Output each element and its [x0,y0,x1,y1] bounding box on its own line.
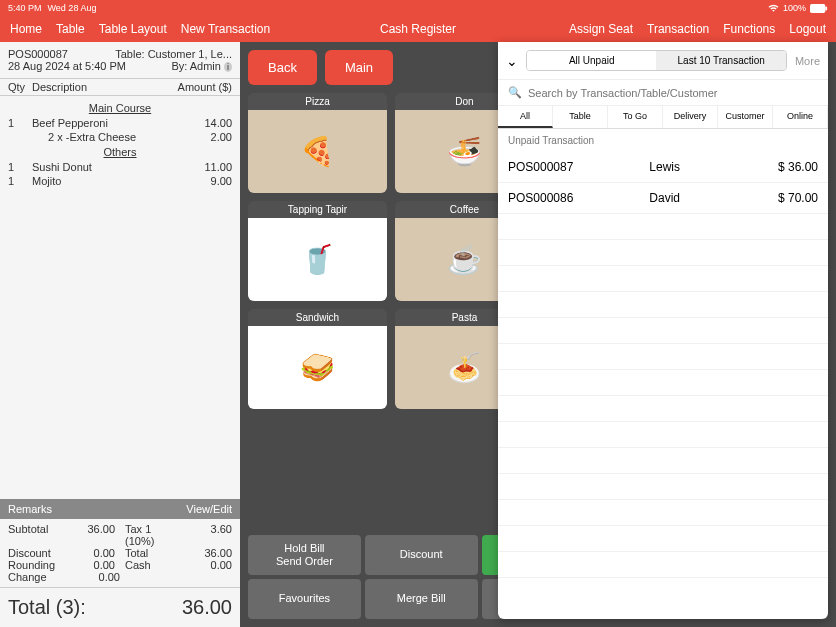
tile-image: 🥤 [248,218,387,301]
main-button[interactable]: Main [325,50,393,85]
txn-amt: $ 70.00 [758,191,818,205]
more-button[interactable]: More [795,55,820,67]
item-qty: 1 [8,117,32,129]
category-tile[interactable]: Sandwich🥪 [248,309,387,409]
status-bar: 5:40 PM Wed 28 Aug 100% [0,0,836,16]
sum-cash-v: 0.00 [179,559,233,571]
item-amt: 9.00 [182,175,232,187]
txn-name: Lewis [649,160,758,174]
item-desc: Beef Pepperoni [32,117,182,129]
sum-rounding-v: 0.00 [62,559,116,571]
sum-total-l: Total [115,547,179,559]
search-icon: 🔍 [508,86,522,99]
txn-name: David [649,191,758,205]
txn-amt: $ 36.00 [758,160,818,174]
sum-cash-l: Cash [115,559,179,571]
item-desc: Sushi Donut [32,161,182,173]
receipt-item[interactable]: 1Mojito9.00 [8,174,232,188]
tile-label: Sandwich [248,309,387,326]
col-qty: Qty [8,81,32,93]
merge-bill-button[interactable]: Merge Bill [365,579,478,619]
receipt-id: POS000087 [8,48,68,60]
nav-assign-seat[interactable]: Assign Seat [569,22,633,36]
seg-last-10[interactable]: Last 10 Transaction [656,51,785,70]
col-desc: Description [32,81,178,93]
nav-table-layout[interactable]: Table Layout [99,22,167,36]
remarks-view-edit[interactable]: View/Edit [186,503,232,515]
item-desc: Mojito [32,175,182,187]
nav-functions[interactable]: Functions [723,22,775,36]
receipt-item[interactable]: 1Beef Pepperoni14.00 [8,116,232,130]
sum-tax-v: 3.60 [179,523,233,547]
sum-subtotal-v: 36.00 [62,523,116,547]
transaction-row[interactable]: POS000086David$ 70.00 [498,183,828,214]
section-label: Main Course [8,102,232,114]
tab-table[interactable]: Table [553,106,608,128]
item-amt: 14.00 [182,117,232,129]
nav-table[interactable]: Table [56,22,85,36]
favourites-button[interactable]: Favourites [248,579,361,619]
nav-new-transaction[interactable]: New Transaction [181,22,270,36]
item-amt: 11.00 [182,161,232,173]
status-time: 5:40 PM [8,3,42,13]
wifi-icon [768,4,779,13]
sum-subtotal-l: Subtotal [8,523,62,547]
modifier-desc: 2 x -Extra Cheese [32,131,182,143]
unpaid-section-label: Unpaid Transaction [498,129,828,152]
svg-rect-0 [810,4,825,13]
sum-discount-v: 0.00 [62,547,116,559]
nav-transaction[interactable]: Transaction [647,22,709,36]
chevron-down-icon[interactable]: ⌄ [506,53,518,69]
tab-online[interactable]: Online [773,106,828,128]
tab-customer[interactable]: Customer [718,106,773,128]
sum-change-v: 0.00 [64,571,120,583]
txn-id: POS000087 [508,160,649,174]
search-input[interactable] [528,87,818,99]
category-tile[interactable]: Tapping Tapir🥤 [248,201,387,301]
battery-icon [810,4,828,13]
receipt-item-modifier: 2 x -Extra Cheese2.00 [8,130,232,144]
tab-togo[interactable]: To Go [608,106,663,128]
sum-discount-l: Discount [8,547,62,559]
modifier-amt: 2.00 [182,131,232,143]
remarks-label: Remarks [8,503,52,515]
status-date: Wed 28 Aug [48,3,97,13]
top-nav: Home Table Table Layout New Transaction … [0,16,836,42]
col-amt: Amount ($) [178,81,232,93]
total-amount: 36.00 [182,596,232,619]
sum-total-v: 36.00 [179,547,233,559]
tile-image: 🥪 [248,326,387,409]
nav-home[interactable]: Home [10,22,42,36]
discount-button[interactable]: Discount [365,535,478,575]
transaction-row[interactable]: POS000087Lewis$ 36.00 [498,152,828,183]
receipt-table: Table: Customer 1, Le... [115,48,232,60]
section-label: Others [8,146,232,158]
receipt-item[interactable]: 1Sushi Donut11.00 [8,160,232,174]
sum-rounding-l: Rounding [8,559,62,571]
page-title: Cash Register [380,22,456,36]
seg-all-unpaid[interactable]: All Unpaid [527,51,656,70]
item-qty: 1 [8,161,32,173]
info-icon[interactable]: i [224,62,232,72]
hold-bill-button[interactable]: Hold Bill Send Order [248,535,361,575]
item-qty: 1 [8,175,32,187]
transaction-panel: ⌄ All Unpaid Last 10 Transaction More 🔍 … [498,42,828,619]
receipt-panel: POS000087 Table: Customer 1, Le... 28 Au… [0,42,240,627]
category-tile[interactable]: Pizza🍕 [248,93,387,193]
back-button[interactable]: Back [248,50,317,85]
txn-id: POS000086 [508,191,649,205]
total-label: Total (3): [8,596,86,619]
tab-all[interactable]: All [498,106,553,128]
tile-label: Pizza [248,93,387,110]
battery-pct: 100% [783,3,806,13]
tab-delivery[interactable]: Delivery [663,106,718,128]
sum-tax-l: Tax 1 (10%) [115,523,179,547]
tile-image: 🍕 [248,110,387,193]
sum-change-l: Change [8,571,64,583]
svg-rect-1 [825,6,827,10]
receipt-by: By: Admin [171,60,221,72]
receipt-datetime: 28 Aug 2024 at 5:40 PM [8,60,126,72]
tile-label: Tapping Tapir [248,201,387,218]
nav-logout[interactable]: Logout [789,22,826,36]
